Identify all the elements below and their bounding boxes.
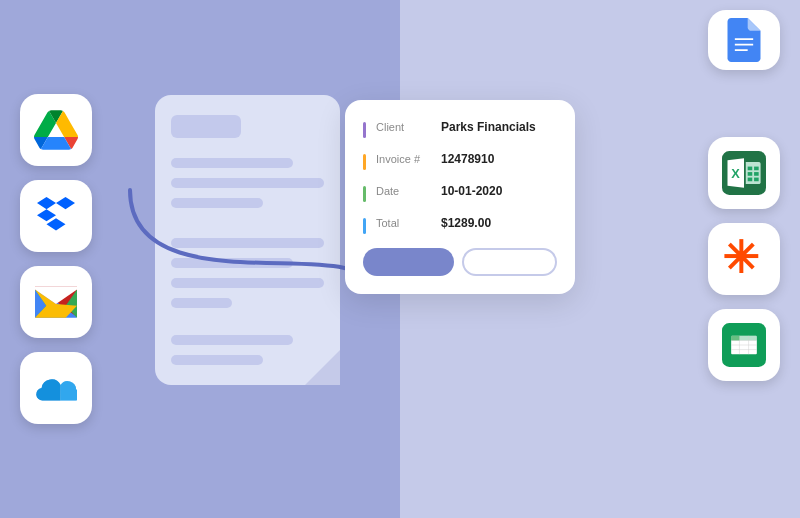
app-icon-dropbox[interactable]: [20, 180, 92, 252]
app-icon-google-docs-partial[interactable]: [708, 10, 780, 70]
svg-rect-9: [754, 172, 759, 176]
invoice-primary-button[interactable]: [363, 248, 454, 276]
svg-rect-6: [748, 167, 753, 171]
connector-svg: [110, 130, 370, 350]
invoicenumber-value: 12478910: [441, 152, 494, 166]
invoice-row-number: Invoice # 12478910: [363, 152, 557, 170]
svg-text:X: X: [731, 166, 740, 181]
svg-rect-7: [754, 167, 759, 171]
dropbox-icon: [37, 197, 75, 235]
invoice-secondary-button[interactable]: [462, 248, 557, 276]
invoice-row-client: Client Parks Financials: [363, 120, 557, 138]
invoicenumber-label: Invoice #: [376, 153, 431, 165]
sidebar-left: [20, 94, 92, 424]
onedrive-icon: [35, 374, 77, 402]
svg-rect-22: [731, 336, 739, 341]
svg-rect-10: [748, 178, 753, 182]
sheets-icon: [722, 323, 766, 367]
doc-corner-fold: [305, 350, 340, 385]
client-label: Client: [376, 121, 431, 133]
scene: Client Parks Financials Invoice # 124789…: [0, 0, 800, 518]
invoice-card: Client Parks Financials Invoice # 124789…: [345, 100, 575, 294]
excel-icon: X: [722, 151, 766, 195]
svg-rect-11: [754, 178, 759, 182]
svg-rect-8: [748, 172, 753, 176]
app-icon-sheets[interactable]: [708, 309, 780, 381]
drive-icon: [34, 110, 78, 150]
app-icon-zapier[interactable]: ✳: [708, 223, 780, 295]
gmail-icon: [35, 286, 77, 318]
sidebar-right: X ✳: [708, 137, 780, 381]
app-icon-onedrive[interactable]: [20, 352, 92, 424]
total-label: Total: [376, 217, 431, 229]
docs-icon: [726, 18, 762, 62]
total-indicator: [363, 218, 366, 234]
date-value: 10-01-2020: [441, 184, 502, 198]
invoice-row-date: Date 10-01-2020: [363, 184, 557, 202]
app-icon-gmail[interactable]: [20, 266, 92, 338]
invoice-buttons: [363, 248, 557, 276]
zapier-icon: ✳: [718, 233, 770, 285]
date-label: Date: [376, 185, 431, 197]
invoice-row-total: Total $1289.00: [363, 216, 557, 234]
client-indicator: [363, 122, 366, 138]
client-value: Parks Financials: [441, 120, 536, 134]
svg-text:✳: ✳: [722, 233, 759, 282]
date-indicator: [363, 186, 366, 202]
total-value: $1289.00: [441, 216, 491, 230]
app-icon-excel[interactable]: X: [708, 137, 780, 209]
app-icon-google-drive[interactable]: [20, 94, 92, 166]
invoicenumber-indicator: [363, 154, 366, 170]
doc-line-9: [171, 355, 263, 365]
